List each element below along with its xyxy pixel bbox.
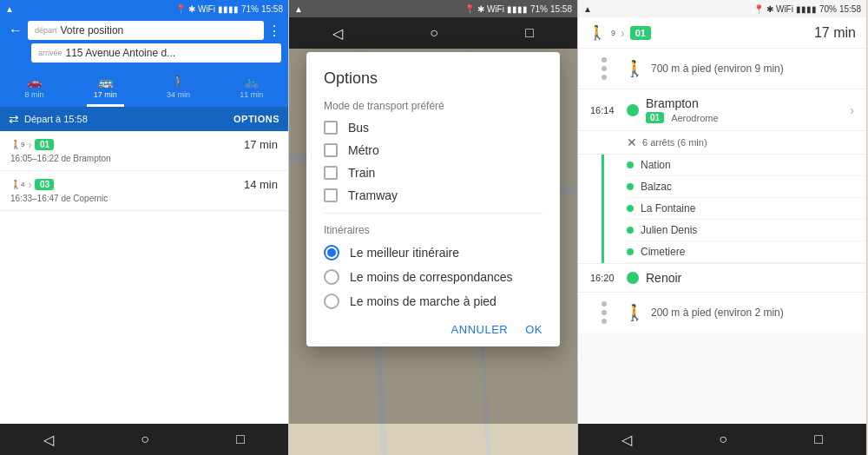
green-dot-start [627, 104, 639, 116]
search-header: ← départ Votre position ⋮ arrivée 115 Av… [0, 17, 288, 68]
checkbox-train-label: Train [348, 166, 375, 180]
tab-bus[interactable]: 🚌 17 min [87, 71, 124, 107]
stops-count-row: ✕ 6 arrêts (6 min) [578, 131, 866, 155]
radio-correspondence[interactable]: Le moins de correspondances [324, 269, 542, 285]
bus-badge-2: 03 [35, 179, 54, 190]
dot-3 [602, 75, 607, 80]
stops-x-icon: ✕ [627, 135, 637, 149]
dot-1 [602, 57, 607, 63]
recents-nav-btn-2[interactable]: □ [515, 22, 544, 44]
location-icon: 📍 [175, 4, 186, 14]
bus-aerodrome-label: Aerodrome [671, 113, 718, 123]
stop-row-julien: Julien Denis [627, 220, 866, 241]
stop-name-lafontaine: La Fontaine [641, 202, 695, 214]
cancel-button[interactable]: ANNULER [451, 323, 509, 336]
battery-text-3: 70% [819, 4, 837, 14]
walk-start-section: 🚶 700 m à pied (environ 9 min) [578, 49, 866, 89]
dot-end-1 [602, 301, 607, 307]
route-card-1[interactable]: 🚶9 › 01 17 min 16:05–16:22 de Brampton [0, 131, 288, 171]
depart-time-text: Départ à 15:58 [24, 114, 88, 124]
bus-station-header: 16:14 Brampton 01 Aerodrome › [578, 89, 866, 131]
depart-label: départ [35, 26, 57, 35]
signal-icon-2: ▮▮▮▮ [507, 4, 528, 14]
walk-badge-1: 🚶9 [10, 140, 24, 149]
radio-corr-label: Le moins de correspondances [350, 270, 513, 284]
bluetooth-icon-2: ✱ [477, 4, 484, 14]
status-right: 📍 ✱ WiFi ▮▮▮▮ 71% 15:58 [175, 4, 283, 14]
bike-icon: 🚲 [244, 75, 259, 89]
bluetooth-icon-3: ✱ [766, 4, 773, 14]
back-button[interactable]: ← [7, 21, 24, 40]
stop-row-nation: Nation [627, 155, 866, 176]
bottom-nav-1: ◁ ○ □ [0, 424, 288, 455]
checkbox-metro-input[interactable] [324, 143, 338, 157]
station-chevron[interactable]: › [850, 103, 854, 117]
home-nav-btn-2[interactable]: ○ [419, 22, 449, 44]
location-icon-2: 📍 [464, 4, 475, 14]
end-stop-row: 16:20 Renoir [578, 263, 866, 292]
recents-nav-btn-3[interactable]: □ [804, 428, 833, 451]
home-nav-btn-1[interactable]: ○ [130, 428, 160, 451]
back-nav-btn-3[interactable]: ◁ [611, 428, 642, 452]
ok-button[interactable]: OK [525, 323, 542, 336]
bus-line-row: 01 Aerodrome [646, 112, 843, 123]
walk-end-icon: 🚶 [625, 303, 644, 322]
signal-icon-3: ▮▮▮▮ [796, 4, 817, 14]
tab-bike-label: 11 min [240, 90, 263, 99]
checkbox-bus-input[interactable] [324, 121, 338, 135]
panel-route-detail: ▲ 📍 ✱ WiFi ▮▮▮▮ 70% 15:58 🚶 9 › 01 17 mi… [578, 0, 867, 455]
walk-num: 9 [611, 29, 615, 37]
checkbox-metro-label: Métro [348, 143, 379, 157]
options-dialog: Options Mode de transport préféré Bus Mé… [306, 52, 560, 346]
stop-name-julien: Julien Denis [641, 224, 697, 236]
radio-best-input[interactable] [324, 245, 339, 260]
checkbox-tramway-input[interactable] [324, 188, 338, 202]
stops-rows: Nation Balzac La Fontaine Julien Denis [627, 155, 866, 263]
radio-corr-input[interactable] [324, 269, 339, 285]
header-arrow-icon: › [621, 26, 625, 40]
status-right-3: 📍 ✱ WiFi ▮▮▮▮ 70% 15:58 [753, 4, 861, 14]
radio-walk-input[interactable] [324, 293, 339, 309]
checkbox-train[interactable]: Train [324, 166, 542, 180]
status-right-2: 📍 ✱ WiFi ▮▮▮▮ 71% 15:58 [464, 4, 572, 14]
more-button[interactable]: ⋮ [267, 23, 281, 39]
radio-best-inner [327, 248, 336, 257]
green-dot-end [627, 272, 639, 284]
station-name-brampton: Brampton [646, 96, 843, 110]
itineraires-label: Itinéraires [324, 224, 542, 236]
radio-walk[interactable]: Le moins de marche à pied [324, 293, 542, 309]
green-vertical-line [602, 155, 604, 263]
header-bus-badge: 01 [630, 26, 651, 40]
tab-bus-label: 17 min [94, 90, 117, 99]
tab-walk[interactable]: 🚶 34 min [160, 71, 197, 107]
depart-search-box[interactable]: départ Votre position [28, 21, 264, 40]
route-detail-header: 🚶 9 › 01 17 min [578, 17, 866, 49]
route-detail-content: 🚶 700 m à pied (environ 9 min) 16:14 Bra… [578, 49, 866, 424]
radio-best[interactable]: Le meilleur itinéraire [324, 245, 542, 260]
dot-end-3 [602, 319, 607, 324]
dot-col-start [590, 56, 618, 82]
recents-nav-btn-1[interactable]: □ [226, 428, 255, 451]
stop-row-balzac: Balzac [627, 176, 866, 198]
walk-start-icon: 🚶 [625, 59, 644, 78]
checkbox-bus[interactable]: Bus [324, 121, 542, 135]
arrive-search-box[interactable]: arrivée 115 Avenue Antoine d... [31, 43, 281, 63]
route-card-2[interactable]: 🚶4 › 03 14 min 16:33–16:47 de Copernic [0, 171, 288, 211]
time-text: 15:58 [261, 4, 283, 14]
tab-car[interactable]: 🚗 8 min [18, 71, 51, 107]
tab-bike[interactable]: 🚲 11 min [233, 71, 270, 107]
bottom-nav-2: ◁ ○ □ [289, 17, 577, 49]
stop-row-cimetiere: Cimetiere [627, 241, 866, 263]
dialog-actions: ANNULER OK [324, 323, 542, 336]
panel-routes: ▲ 📍 ✱ WiFi ▮▮▮▮ 71% 15:58 ← départ Votre… [0, 0, 289, 455]
checkbox-metro[interactable]: Métro [324, 143, 542, 157]
checkbox-train-input[interactable] [324, 166, 338, 180]
checkbox-tramway[interactable]: Tramway [324, 188, 542, 202]
bus-badge-1: 01 [35, 139, 54, 150]
bus-line-badge: 01 [646, 112, 664, 123]
walk-icon: 🚶 [171, 75, 186, 89]
options-button[interactable]: OPTIONS [233, 114, 279, 124]
back-nav-btn-2[interactable]: ◁ [322, 22, 353, 45]
back-nav-btn-1[interactable]: ◁ [33, 428, 64, 452]
home-nav-btn-3[interactable]: ○ [708, 428, 738, 451]
